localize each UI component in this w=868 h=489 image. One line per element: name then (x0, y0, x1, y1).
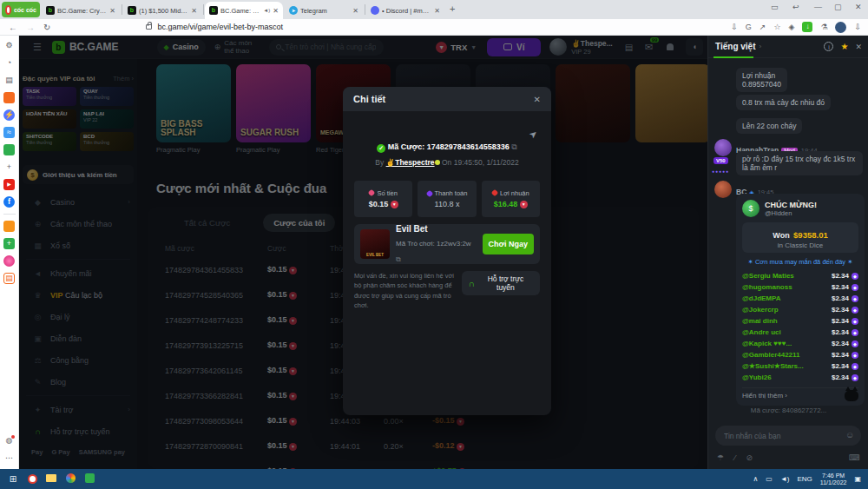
sync-arrow-icon[interactable]: ↩ (792, 3, 799, 11)
rules-icon[interactable]: ⊘ (746, 453, 753, 462)
youtube-icon[interactable]: ▶ (3, 179, 15, 190)
chat-bet-code[interactable]: Mã cược: 8408627272... (708, 406, 868, 414)
history-icon[interactable]: ◔ (3, 57, 15, 69)
download-tray-icon[interactable]: ⇩ (731, 23, 738, 31)
facebook-icon[interactable]: f (3, 196, 15, 208)
cart-icon[interactable]: ▤ (3, 273, 15, 284)
tab-close-icon[interactable]: ✕ (191, 7, 197, 15)
bookmark-star-icon[interactable]: ☆ (773, 23, 780, 31)
tab-bcgame-active[interactable]: b BC.Game: Crypto Casino ◄) ✕ (205, 2, 283, 19)
close-chat-icon[interactable]: ✕ (855, 43, 862, 51)
player-name[interactable]: ✌Thespectre (386, 158, 435, 167)
emoji-icon[interactable]: ☺ (845, 430, 854, 439)
copy-icon[interactable]: ⧉ (396, 255, 401, 263)
weather-icon[interactable]: ≈ (3, 127, 15, 138)
modal-close-icon[interactable]: ✕ (534, 95, 541, 104)
tab-discord[interactable]: • Discord | #mod-announc ✕ (366, 2, 444, 19)
show-more-link[interactable]: Hiển thị thêm › (742, 387, 858, 400)
play-now-button[interactable]: Chơi Ngay (483, 234, 534, 254)
winner-row[interactable]: @★Sushi★Stars...$2.34◆ (742, 360, 858, 372)
share-arrow-icon[interactable]: ➤ (527, 128, 540, 142)
winner-row[interactable]: @Andre uci$2.34◆ (742, 327, 858, 338)
tab-divider (122, 4, 122, 15)
hidden-user: @Hidden (765, 209, 817, 217)
commands-icon[interactable]: ⁄ (734, 453, 736, 462)
tab-close-icon[interactable]: ✕ (352, 7, 358, 15)
messenger-icon[interactable]: ⚡ (3, 109, 15, 121)
address-bar[interactable]: bc.game/vi/game/evil-bet-by-mascot (157, 23, 283, 31)
money-icon (368, 189, 375, 196)
volume-icon[interactable]: ◄) (780, 475, 790, 483)
taskbar-app-browser[interactable] (61, 473, 80, 485)
winner-row[interactable]: @Kapick ♥♥♥...$2.34◆ (742, 338, 858, 349)
add-shortcut-icon[interactable]: + (3, 162, 15, 173)
adblock-shield-icon[interactable]: ◈ (788, 23, 794, 31)
winner-row[interactable]: @Gambler442211$2.34◆ (742, 349, 858, 360)
translate-icon[interactable]: G (746, 23, 752, 31)
winner-row[interactable]: @Sergiu Maties$2.34◆ (742, 270, 858, 281)
cast-icon[interactable]: ▭ (771, 3, 779, 11)
winner-row[interactable]: @hugomanoss$2.34◆ (742, 281, 858, 293)
more-dots-icon[interactable]: ⋯ (3, 453, 15, 464)
profile-avatar[interactable] (835, 22, 846, 33)
taskbar-app-green[interactable] (80, 473, 99, 485)
tab-close-icon[interactable]: ✕ (109, 7, 115, 15)
action-center-icon[interactable]: ▣ (854, 475, 861, 483)
reading-list-icon[interactable]: ▤ (3, 75, 15, 86)
minimize-button[interactable]: — (814, 3, 822, 11)
bc-avatar[interactable] (714, 181, 732, 198)
tab-mascot[interactable]: b (1) $1,500 Midweek Mascot ✕ (123, 2, 201, 19)
share-icon[interactable]: ↗ (760, 23, 766, 31)
winner-row[interactable]: @mai dinh$2.34◆ (742, 315, 858, 327)
downloads-icon[interactable]: ⇩ (854, 23, 861, 31)
taskbar-clock[interactable]: 7:46 PM 11/1/2022 (820, 472, 847, 486)
evil-bet-thumbnail[interactable]: EVIL BET (360, 229, 390, 259)
user-avatar[interactable] (714, 139, 732, 156)
game-name: Evil Bet (396, 224, 477, 234)
language-indicator[interactable]: ENG (797, 475, 812, 483)
coccoc-menu-button[interactable]: cốc cốc (2, 2, 40, 17)
lock-icon[interactable] (146, 24, 152, 30)
copy-icon[interactable]: ⧉ (511, 142, 516, 151)
stat-amount: Số tiền $0.15 ▼ (354, 181, 412, 217)
tab-audio-icon[interactable]: ◄) (263, 8, 270, 13)
taskbar-app-coccoc[interactable] (23, 474, 42, 484)
tab-close-icon[interactable]: ✕ (273, 7, 279, 15)
tab-close-icon[interactable]: ✕ (434, 7, 440, 15)
info-icon[interactable]: i (824, 42, 833, 51)
settings-gear-icon[interactable]: ⚙ (3, 40, 15, 51)
new-tab-button[interactable]: + (450, 3, 455, 14)
notification-bell-icon[interactable]: ◍ (3, 435, 15, 446)
chat-language-tab[interactable]: Tiếng việt (715, 42, 756, 51)
back-icon[interactable]: ← (9, 23, 17, 32)
tray-chevron-icon[interactable]: ∧ (753, 475, 758, 483)
network-icon[interactable]: ▭ (766, 475, 773, 483)
hot-news-icon[interactable] (3, 92, 15, 103)
taskbar-app-explorer[interactable] (42, 474, 61, 484)
close-window-button[interactable]: ✕ (855, 3, 862, 11)
games-icon[interactable] (3, 144, 15, 155)
winner-row[interactable]: @Yubi26$2.34◆ (742, 372, 858, 383)
black-cat-graphic (845, 390, 858, 401)
keyboard-icon[interactable]: ⌨ (849, 453, 860, 462)
winner-row[interactable]: @Jokercrp$2.34◆ (742, 304, 858, 315)
trophy-icon[interactable]: ★ (840, 42, 848, 51)
forward-icon[interactable]: → (26, 23, 35, 32)
live-support-button[interactable]: ∩ Hỗ trợ trực tuyến (462, 271, 540, 295)
winner-row[interactable]: @dJdEMPA$2.34◆ (742, 293, 858, 304)
maximize-button[interactable]: ▢ (834, 3, 842, 11)
start-button[interactable]: ⊞ (3, 474, 23, 484)
tab-telegram[interactable]: ➤ Telegram ✕ (285, 2, 363, 19)
gift-icon[interactable]: + (3, 238, 15, 249)
downloader-icon[interactable]: ↓ (802, 22, 812, 32)
tab-bcgame-1[interactable]: b BC.Game: Crypto Casino Gar ✕ (42, 2, 120, 19)
reload-icon[interactable]: ↻ (43, 23, 50, 32)
rain-feature-icon[interactable]: ☂ (717, 453, 724, 462)
extension-icon[interactable]: ⚗ (820, 23, 827, 31)
stat-payout: Thanh toán 110.8 x (418, 181, 476, 217)
chat-input[interactable] (715, 426, 861, 446)
flower-icon[interactable] (3, 255, 15, 267)
wallet-icon (425, 189, 432, 196)
player-badge-icon (435, 160, 440, 165)
shop-icon[interactable] (3, 221, 15, 232)
